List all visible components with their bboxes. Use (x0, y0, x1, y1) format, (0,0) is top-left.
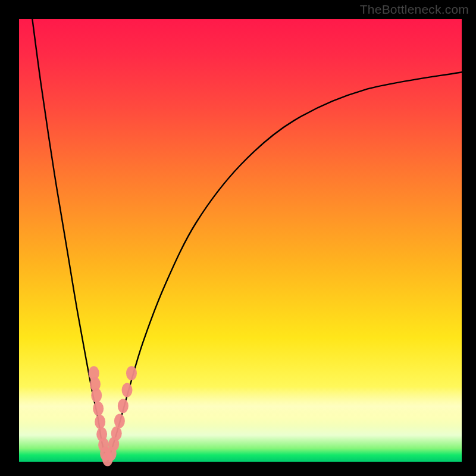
right-marker (126, 366, 137, 380)
right-marker (122, 383, 133, 397)
curves-svg (19, 19, 462, 462)
right-marker (114, 414, 125, 428)
figure-canvas: TheBottleneck.com (0, 0, 476, 476)
curve-right-curve (108, 72, 462, 462)
marker-layer (89, 366, 137, 466)
left-marker (95, 415, 105, 429)
plot-area (19, 19, 462, 462)
right-marker (111, 426, 122, 440)
left-marker (93, 402, 104, 416)
right-marker (118, 399, 129, 413)
left-marker (91, 388, 102, 402)
watermark-label: TheBottleneck.com (360, 2, 469, 17)
